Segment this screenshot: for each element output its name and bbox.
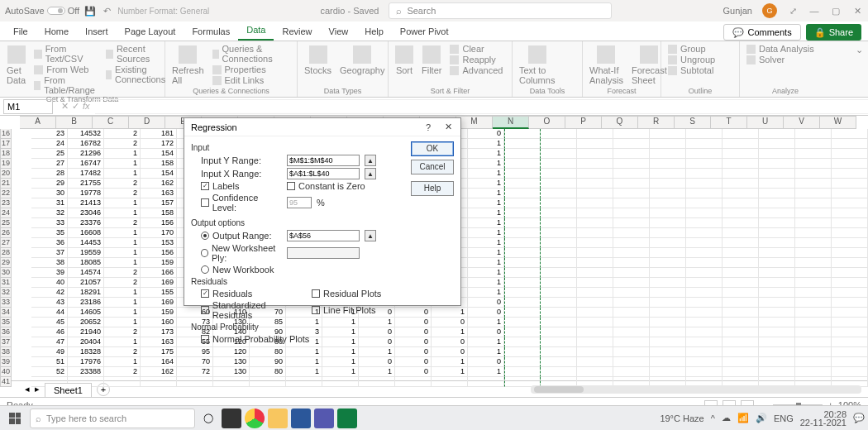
cell[interactable] <box>759 228 795 238</box>
start-button[interactable] <box>3 407 26 430</box>
cell[interactable] <box>577 198 613 208</box>
cell[interactable]: 25 <box>31 149 68 159</box>
cell[interactable]: 162 <box>141 367 177 377</box>
cell[interactable] <box>832 179 868 189</box>
row-header[interactable]: 40 <box>0 367 12 377</box>
edit-links[interactable]: Edit Links <box>212 75 290 85</box>
clear-button[interactable]: Clear <box>450 44 503 54</box>
cell[interactable]: 1 <box>359 367 395 377</box>
cell[interactable] <box>723 278 759 288</box>
cell[interactable] <box>504 218 541 228</box>
cell[interactable] <box>577 129 613 139</box>
cell[interactable]: 21413 <box>68 198 104 208</box>
cell[interactable]: 20652 <box>68 318 104 327</box>
cell[interactable]: 1 <box>468 169 504 179</box>
cell[interactable] <box>613 228 650 238</box>
close-icon[interactable]: ✕ <box>851 5 863 17</box>
cell[interactable]: 0 <box>468 129 504 139</box>
column-header[interactable]: D <box>129 116 165 129</box>
cell[interactable]: 1 <box>104 308 141 318</box>
cell[interactable]: 52 <box>31 367 68 377</box>
save-icon[interactable]: 💾 <box>84 5 96 17</box>
cell[interactable] <box>723 179 759 189</box>
advanced-button[interactable]: Advanced <box>450 65 503 75</box>
cell[interactable]: 23046 <box>68 208 104 218</box>
cell[interactable] <box>650 367 686 377</box>
cell[interactable]: 23 <box>31 129 68 139</box>
close-dialog-icon[interactable]: ✕ <box>442 122 454 132</box>
task-view-icon[interactable]: ◯ <box>198 408 218 428</box>
column-header[interactable]: A <box>20 116 56 129</box>
cell[interactable] <box>723 248 759 258</box>
cell[interactable] <box>832 327 868 337</box>
cell[interactable] <box>759 248 795 258</box>
row-header[interactable]: 20 <box>0 169 12 179</box>
cell[interactable]: 19778 <box>68 189 104 198</box>
cell[interactable]: 1 <box>104 228 141 238</box>
cell[interactable] <box>141 377 177 387</box>
wifi-icon[interactable]: 📶 <box>737 413 749 423</box>
sheet-nav-prev[interactable]: ◂ <box>25 384 30 394</box>
cell[interactable]: 130 <box>213 357 250 367</box>
cell[interactable] <box>795 228 832 238</box>
cell[interactable] <box>541 268 577 278</box>
cell[interactable]: 0 <box>468 308 504 318</box>
cell[interactable] <box>686 337 723 347</box>
cell[interactable] <box>650 218 686 228</box>
cell[interactable]: 1 <box>432 367 468 377</box>
cell[interactable] <box>104 377 141 387</box>
row-header[interactable]: 19 <box>0 159 12 169</box>
tab-home[interactable]: Home <box>36 23 77 41</box>
cell[interactable]: 1 <box>468 288 504 298</box>
cell[interactable] <box>504 357 541 367</box>
cell[interactable]: 1 <box>104 208 141 218</box>
cell[interactable] <box>759 357 795 367</box>
recent-sources[interactable]: Recent Sources <box>106 44 169 64</box>
row-header[interactable]: 21 <box>0 179 12 189</box>
cell[interactable]: 33 <box>31 218 68 228</box>
cell[interactable] <box>795 179 832 189</box>
from-table-range[interactable]: From Table/Range <box>34 75 98 95</box>
cell[interactable] <box>650 308 686 318</box>
tell-me-search[interactable]: ⌕ Search <box>389 2 612 19</box>
cell[interactable]: 43 <box>31 298 68 308</box>
help-button[interactable]: Help <box>411 181 454 196</box>
cell[interactable] <box>650 327 686 337</box>
cell[interactable]: 157 <box>141 198 177 208</box>
tab-data[interactable]: Data <box>238 22 274 41</box>
filter-button[interactable]: Filter <box>422 44 441 75</box>
cell[interactable] <box>650 198 686 208</box>
existing-connections[interactable]: Existing Connections <box>106 64 169 84</box>
cell[interactable] <box>759 318 795 327</box>
cell[interactable]: 1 <box>322 357 359 367</box>
new-worksheet-radio[interactable] <box>201 249 208 257</box>
cell[interactable]: 90 <box>250 357 286 367</box>
cell[interactable] <box>613 318 650 327</box>
cell[interactable] <box>832 367 868 377</box>
word-icon[interactable] <box>291 408 311 428</box>
cell[interactable] <box>686 179 723 189</box>
cell[interactable] <box>650 129 686 139</box>
cell[interactable] <box>504 278 541 288</box>
cell[interactable] <box>686 159 723 169</box>
row-header[interactable]: 22 <box>0 189 12 198</box>
get-data-button[interactable]: Get Data <box>7 44 26 85</box>
cell[interactable] <box>795 268 832 278</box>
cell[interactable] <box>541 228 577 238</box>
cell[interactable] <box>504 149 541 159</box>
cell[interactable]: 158 <box>141 208 177 218</box>
cell[interactable]: 130 <box>213 367 250 377</box>
cell[interactable] <box>723 218 759 228</box>
cell[interactable] <box>723 318 759 327</box>
cell[interactable] <box>832 198 868 208</box>
cell[interactable] <box>795 308 832 318</box>
column-header[interactable]: W <box>820 116 856 129</box>
cell[interactable]: 1 <box>286 357 322 367</box>
cell[interactable] <box>723 198 759 208</box>
normprob-checkbox[interactable] <box>201 335 209 343</box>
data-tool-icon[interactable] <box>563 44 575 55</box>
cell[interactable]: 14574 <box>68 268 104 278</box>
row-header[interactable]: 17 <box>0 139 12 149</box>
residuals-checkbox[interactable] <box>201 289 209 298</box>
cell[interactable] <box>577 298 613 308</box>
